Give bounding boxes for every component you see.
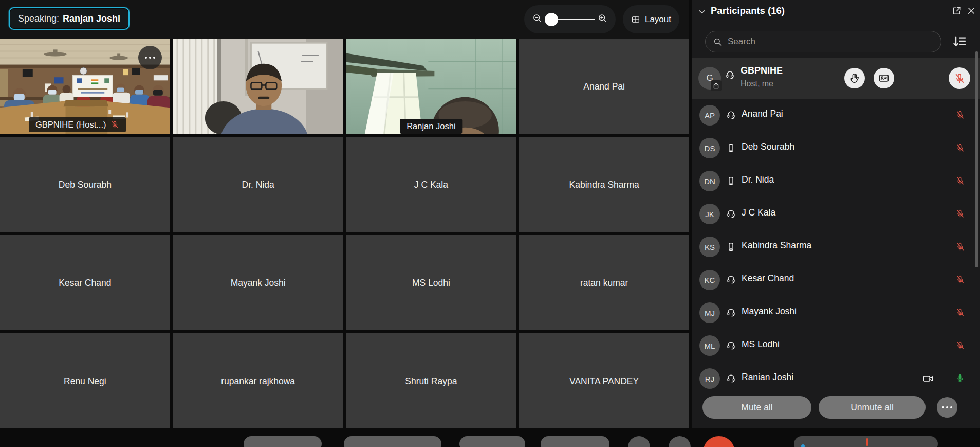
- mute-all-button[interactable]: Mute all: [702, 396, 811, 419]
- video-tile-dr-nida[interactable]: Dr. Nida: [173, 137, 343, 232]
- video-tile-j-c-kala[interactable]: J C Kala: [346, 137, 516, 232]
- host-mic-muted-button[interactable]: [949, 67, 970, 89]
- mic-muted-icon[interactable]: [955, 275, 965, 284]
- pop-out-panel-icon[interactable]: [952, 6, 962, 16]
- tile-label-text: Shruti Raypa: [346, 376, 516, 386]
- video-tile-shruti-raypa[interactable]: Shruti Raypa: [346, 333, 516, 428]
- video-tile-kesar-chand[interactable]: Kesar Chand: [0, 235, 170, 330]
- tile-label-text: rupankar rajkhowa: [173, 376, 343, 386]
- chevron-down-icon[interactable]: [697, 7, 707, 16]
- participant-row-anand-pai[interactable]: AP Anand Pai: [692, 99, 980, 132]
- sort-participants-icon[interactable]: [952, 34, 967, 49]
- participant-row-dr-nida[interactable]: DN Dr. Nida: [692, 165, 980, 198]
- mic-muted-icon[interactable]: [955, 308, 965, 317]
- participant-row-deb-sourabh[interactable]: DS Deb Sourabh: [692, 132, 980, 165]
- participant-role: Host, me: [741, 79, 773, 88]
- participant-name: Kabindra Sharma: [742, 240, 811, 251]
- participant-name: MS Lodhi: [742, 339, 780, 350]
- headset-icon: [726, 373, 736, 383]
- tile-label-text: VANITA PANDEY: [519, 376, 689, 386]
- camera-on-icon[interactable]: [922, 373, 934, 384]
- contact-card-button[interactable]: [874, 68, 894, 88]
- tile-label-text: GBPNIHE (Host...): [35, 120, 106, 130]
- avatar: KC: [699, 270, 720, 290]
- toolbar-circle-button-1[interactable]: [628, 436, 650, 447]
- participants-panel-title: Participants (16): [711, 5, 785, 16]
- raise-hand-button[interactable]: [844, 68, 865, 88]
- tile-label-text: Deb Sourabh: [0, 179, 170, 190]
- mic-muted-icon[interactable]: [955, 110, 965, 120]
- search-icon: [713, 37, 723, 47]
- participant-row-j-c-kala[interactable]: JK J C Kala: [692, 198, 980, 230]
- video-tile-gbpnihe[interactable]: GBPNIHE (Host...): [0, 39, 170, 134]
- tile-more-options-button[interactable]: [138, 46, 162, 69]
- video-tile-deb-sourabh[interactable]: Deb Sourabh: [0, 137, 170, 232]
- toolbar-camera-mic-control[interactable]: [794, 436, 938, 447]
- tile-label-text: Kabindra Sharma: [519, 179, 689, 190]
- layout-grid-icon: [631, 14, 640, 25]
- participant-name: Kesar Chand: [742, 273, 794, 284]
- video-tile-renu-negi[interactable]: Renu Negi: [0, 333, 170, 428]
- headset-icon: [726, 341, 736, 350]
- participant-name: Deb Sourabh: [742, 141, 794, 152]
- unmute-all-button[interactable]: Unmute all: [819, 396, 926, 419]
- video-tile-ms-lodhi[interactable]: MS Lodhi: [346, 235, 516, 330]
- mic-on-icon[interactable]: [955, 373, 965, 383]
- toolbar-pill-1[interactable]: [244, 436, 322, 447]
- tile-name-label: GBPNIHE (Host...): [29, 117, 126, 132]
- participant-row-ms-lodhi[interactable]: ML MS Lodhi: [692, 329, 980, 362]
- zoom-slider-track: [557, 19, 595, 21]
- video-tile-person[interactable]: [173, 39, 343, 134]
- participant-row-ranian-joshi[interactable]: RJ Ranian Joshi: [692, 362, 980, 395]
- toolbar-pill-2[interactable]: [344, 436, 441, 447]
- mic-muted-icon[interactable]: [955, 176, 965, 186]
- video-tile-ratan-kumar[interactable]: ratan kumar: [519, 235, 689, 330]
- mic-muted-icon[interactable]: [955, 242, 965, 252]
- zoom-out-icon[interactable]: [532, 13, 543, 26]
- video-tile-rupankar-rajkhowa[interactable]: rupankar rajkhowa: [173, 333, 343, 428]
- participants-scrollbar[interactable]: [975, 51, 978, 267]
- toolbar-pill-4[interactable]: [541, 436, 609, 447]
- headset-icon: [726, 275, 736, 284]
- search-input[interactable]: [728, 37, 934, 47]
- more-segment[interactable]: [890, 436, 938, 447]
- toolbar-circle-button-2[interactable]: [669, 436, 691, 447]
- video-tile-vanita-pandey[interactable]: VANITA PANDEY: [519, 333, 689, 428]
- avatar: AP: [699, 105, 720, 126]
- close-panel-icon[interactable]: [967, 6, 976, 15]
- video-tile-anand-pai[interactable]: Anand Pai: [519, 39, 689, 134]
- layout-button[interactable]: Layout: [623, 5, 679, 33]
- mic-status-mark: [866, 438, 868, 446]
- avatar: ML: [699, 335, 720, 356]
- headset-icon: [726, 308, 736, 317]
- participants-panel: Participants (16) G GBPNIHE Host, me: [692, 0, 980, 428]
- toolbar-pill-3[interactable]: [459, 436, 525, 447]
- video-grid: GBPNIHE (Host...): [0, 39, 689, 428]
- speaking-prefix: Speaking:: [18, 13, 59, 24]
- participant-name: GBPNIHE: [741, 65, 783, 76]
- participant-row-kabindra-sharma[interactable]: KS Kabindra Sharma: [692, 230, 980, 263]
- mic-muted-icon[interactable]: [955, 143, 965, 153]
- tile-label-text: Ranjan Joshi: [406, 121, 455, 131]
- participants-list: AP Anand Pai DS Deb Sourabh DN Dr. Nida …: [692, 99, 980, 395]
- video-tile-ranjan-joshi-active-speaker[interactable]: Ranjan Joshi: [346, 39, 516, 134]
- speaking-indicator: Speaking: Ranjan Joshi: [9, 7, 130, 30]
- toolbar-red-button[interactable]: [703, 436, 735, 447]
- participant-row-kesar-chand[interactable]: KC Kesar Chand: [692, 263, 980, 296]
- mic-muted-icon[interactable]: [955, 341, 965, 350]
- participant-row-mayank-joshi[interactable]: MJ Mayank Joshi: [692, 296, 980, 329]
- zoom-slider-thumb[interactable]: [545, 13, 558, 26]
- mic-segment[interactable]: [842, 436, 891, 447]
- participants-search[interactable]: [705, 31, 941, 52]
- layout-button-label: Layout: [645, 14, 671, 25]
- zoom-in-icon[interactable]: [597, 13, 608, 26]
- person-at-desk-video: [173, 39, 343, 134]
- zoom-slider[interactable]: [545, 13, 595, 26]
- participant-row-host[interactable]: G GBPNIHE Host, me: [692, 58, 980, 99]
- mic-muted-icon[interactable]: [955, 209, 965, 219]
- video-tile-mayank-joshi[interactable]: Mayank Joshi: [173, 235, 343, 330]
- meeting-toolbar: [0, 428, 980, 447]
- camera-segment[interactable]: [794, 436, 842, 447]
- video-tile-kabindra-sharma[interactable]: Kabindra Sharma: [519, 137, 689, 232]
- more-options-button[interactable]: [937, 397, 957, 418]
